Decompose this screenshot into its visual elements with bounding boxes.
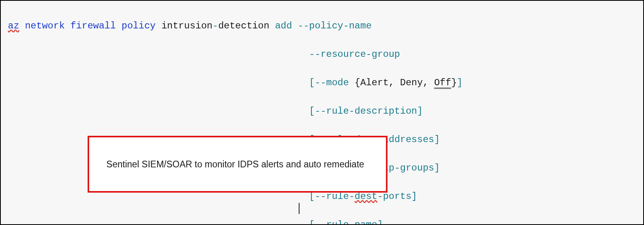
cmd-add: add xyxy=(275,21,298,31)
indent xyxy=(8,49,309,60)
callout-text: Sentinel SIEM/SOAR to monitor IDPS alert… xyxy=(107,159,364,169)
cmd-az: az xyxy=(8,21,19,31)
indent xyxy=(8,77,309,88)
mode-off: Off xyxy=(434,79,451,89)
indent xyxy=(8,191,309,202)
bracket-close: ] xyxy=(457,77,462,88)
param-rule-name: rule-name xyxy=(326,219,378,225)
bracket-open: [ xyxy=(309,191,315,202)
bracket-close: ] xyxy=(377,219,383,225)
brace-open: { xyxy=(355,77,360,88)
line-rule-name: [--rule-name] xyxy=(8,218,636,225)
indent xyxy=(8,219,309,225)
param-text: rule- xyxy=(326,191,355,202)
cmd-intrusion: intrusion xyxy=(161,21,213,31)
param-mode: mode xyxy=(326,77,355,88)
bracket-open: [ xyxy=(309,219,315,225)
dash: - xyxy=(213,21,218,31)
dash: -- xyxy=(315,191,326,202)
indent xyxy=(8,106,309,116)
dash: -- xyxy=(315,106,326,116)
param-resource-group: resource-group xyxy=(320,49,400,60)
cli-help-block: az network firewall policy intrusion-det… xyxy=(0,0,644,225)
annotation-callout: Sentinel SIEM/SOAR to monitor IDPS alert… xyxy=(88,136,388,193)
param-dest: dest xyxy=(355,191,378,202)
param-rule-description: rule-description xyxy=(326,106,417,116)
bracket-open: [ xyxy=(309,77,315,88)
line-rule-description: [--rule-description] xyxy=(8,104,636,118)
bracket-close: ] xyxy=(417,106,423,116)
line-mode: [--mode {Alert, Deny, Off}] xyxy=(8,76,636,90)
bracket-close: ] xyxy=(434,134,440,145)
dash: -- xyxy=(315,77,326,88)
line-resource-group: --resource-group xyxy=(8,47,636,62)
bracket-close: ] xyxy=(434,163,440,173)
dash: -- xyxy=(315,219,326,225)
cmd-detection: detection xyxy=(218,21,275,31)
param-policy-name: policy-name xyxy=(309,21,371,31)
cmd-network-firewall-policy: network firewall policy xyxy=(19,21,161,31)
bracket-close: ] xyxy=(412,191,417,202)
bracket-open: [ xyxy=(309,106,315,116)
text-cursor xyxy=(299,203,300,214)
param-text: -groups xyxy=(394,163,434,173)
command-line-1: az network firewall policy intrusion-det… xyxy=(8,19,636,33)
brace-close: } xyxy=(451,77,457,88)
param-text: -ports xyxy=(377,191,411,202)
dash: -- xyxy=(298,21,309,31)
dash: -- xyxy=(309,49,320,60)
mode-values: Alert, Deny, xyxy=(360,77,434,88)
